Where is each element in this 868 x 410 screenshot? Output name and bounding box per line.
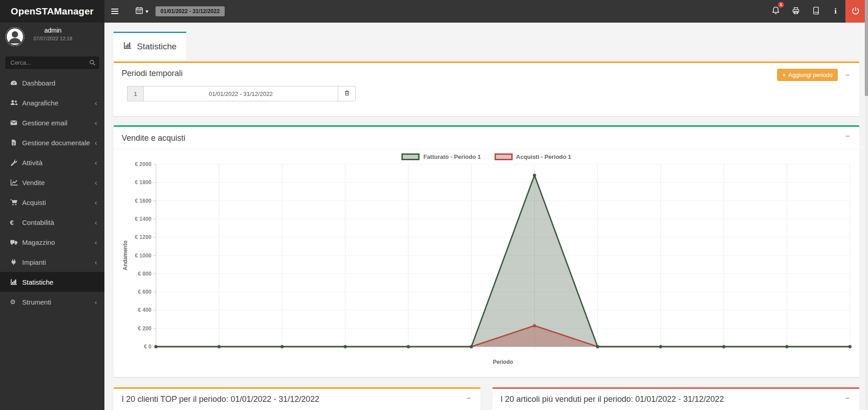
sidebar-item-strumenti[interactable]: ⚙ Strumenti ‹ bbox=[0, 292, 104, 312]
legend-swatch bbox=[495, 153, 513, 160]
chevron-left-icon: ‹ bbox=[94, 298, 97, 306]
sidebar: admin 07/07/2022 12:18 Dashboard bbox=[0, 23, 104, 410]
periods-panel: Periodi temporali + Aggiungi periodo − 1 bbox=[113, 62, 859, 116]
calendar-dropdown-button[interactable]: ▾ bbox=[132, 0, 151, 23]
sidebar-item-label: Contabilità bbox=[22, 219, 94, 226]
chevron-left-icon: ‹ bbox=[94, 119, 97, 127]
chevron-left-icon: ‹ bbox=[94, 99, 97, 107]
chevron-left-icon: ‹ bbox=[94, 258, 97, 266]
legend-label: Acquisti - Periodo 1 bbox=[516, 153, 571, 160]
power-icon bbox=[851, 6, 860, 17]
svg-text:€ 200: € 200 bbox=[138, 325, 151, 332]
print-button[interactable] bbox=[786, 0, 806, 23]
search-input[interactable] bbox=[5, 57, 99, 69]
docs-button[interactable] bbox=[806, 0, 826, 23]
collapse-minus-icon[interactable]: − bbox=[845, 72, 849, 79]
cart-icon bbox=[10, 199, 22, 206]
file-icon bbox=[10, 139, 22, 146]
top-articles-panel: I 20 articoli più venduti per il periodo… bbox=[492, 387, 859, 410]
panel-title: Vendite e acquisti bbox=[122, 133, 185, 143]
panel-title: Periodi temporali bbox=[122, 69, 183, 78]
sidebar-search bbox=[5, 57, 99, 69]
top-navbar: OpenSTAManager ▾ 01/01/2022 - 31/12/2022 bbox=[0, 0, 868, 23]
sidebar-item-gestione-email[interactable]: Gestione email ‹ bbox=[0, 113, 104, 133]
sidebar-item-impianti[interactable]: Impianti ‹ bbox=[0, 252, 104, 272]
chevron-left-icon: ‹ bbox=[94, 199, 97, 206]
chevron-left-icon: ‹ bbox=[94, 139, 97, 147]
bar-chart-icon bbox=[123, 41, 132, 52]
panel-title: I 20 clienti TOP per il periodo: 01/01/2… bbox=[122, 395, 319, 404]
chart-line-icon bbox=[10, 179, 22, 186]
bar-chart-icon bbox=[10, 278, 22, 286]
delete-period-button[interactable] bbox=[338, 86, 356, 101]
svg-text:€ 1400: € 1400 bbox=[135, 216, 151, 222]
sidebar-item-acquisti[interactable]: Acquisti ‹ bbox=[0, 192, 104, 212]
bell-icon bbox=[771, 6, 780, 17]
caret-down-icon: ▾ bbox=[146, 8, 148, 14]
sidebar-item-magazzino[interactable]: Magazzino ‹ bbox=[0, 232, 104, 252]
chart-legend: Fatturato - Periodo 1 Acquisti - Periodo… bbox=[113, 152, 859, 161]
sidebar-item-vendite[interactable]: Vendite ‹ bbox=[0, 172, 104, 192]
svg-text:€ 1800: € 1800 bbox=[135, 179, 151, 186]
sidebar-item-dashboard[interactable]: Dashboard bbox=[0, 73, 104, 93]
tab-row: Statistiche bbox=[113, 32, 859, 60]
plug-icon bbox=[10, 258, 22, 266]
svg-text:€ 800: € 800 bbox=[138, 271, 151, 277]
collapse-minus-icon[interactable]: − bbox=[467, 395, 471, 402]
sales-purchases-chart[interactable]: € 0€ 200€ 400€ 600€ 800€ 1000€ 1200€ 140… bbox=[113, 161, 859, 370]
printer-icon bbox=[792, 6, 800, 17]
sidebar-item-contabilita[interactable]: € Contabilità ‹ bbox=[0, 212, 104, 232]
collapse-minus-icon[interactable]: − bbox=[845, 133, 849, 140]
sidebar-item-gestione-documentale[interactable]: Gestione documentale ‹ bbox=[0, 133, 104, 153]
panel-title: I 20 articoli più venduti per il periodo… bbox=[500, 395, 724, 404]
scrollbar-thumb[interactable] bbox=[865, 0, 868, 96]
info-button[interactable]: i bbox=[826, 0, 845, 23]
sidebar-item-attivita[interactable]: Attività ‹ bbox=[0, 153, 104, 172]
euro-icon: € bbox=[10, 219, 22, 226]
svg-text:Periodo: Periodo bbox=[493, 359, 513, 365]
chevron-left-icon: ‹ bbox=[94, 219, 97, 226]
notifications-button[interactable]: 1 bbox=[766, 0, 786, 23]
avatar[interactable] bbox=[5, 27, 24, 46]
search-icon[interactable] bbox=[89, 59, 96, 68]
user-datetime: 07/07/2022 12:18 bbox=[24, 36, 82, 41]
sidebar-item-label: Impianti bbox=[22, 258, 94, 266]
truck-icon bbox=[10, 238, 22, 246]
legend-label: Fatturato - Periodo 1 bbox=[423, 153, 481, 160]
add-period-button[interactable]: + Aggiungi periodo bbox=[777, 69, 837, 81]
top-clients-panel: I 20 clienti TOP per il periodo: 01/01/2… bbox=[113, 387, 481, 410]
sidebar-item-label: Gestione email bbox=[22, 119, 94, 127]
calendar-icon bbox=[135, 6, 143, 16]
user-name: admin bbox=[24, 27, 82, 34]
logout-button[interactable] bbox=[845, 0, 865, 23]
sidebar-item-label: Dashboard bbox=[22, 79, 97, 87]
tab-label: Statistiche bbox=[137, 42, 177, 52]
sidebar-item-label: Gestione documentale bbox=[22, 139, 94, 147]
svg-text:€ 0: € 0 bbox=[144, 343, 151, 350]
sidebar-menu: Dashboard Anagrafiche ‹ Gestione email ‹ bbox=[0, 73, 104, 312]
users-icon bbox=[10, 99, 22, 106]
user-panel: admin 07/07/2022 12:18 bbox=[0, 23, 104, 51]
envelope-icon bbox=[10, 119, 22, 126]
period-row-number: 1 bbox=[127, 86, 143, 101]
app-logo[interactable]: OpenSTAManager bbox=[0, 0, 104, 23]
main-content: Statistiche Periodi temporali + Aggiungi… bbox=[104, 23, 865, 410]
svg-text:€ 2000: € 2000 bbox=[135, 161, 151, 167]
chevron-left-icon: ‹ bbox=[94, 179, 97, 186]
svg-text:€ 1600: € 1600 bbox=[135, 198, 151, 204]
page-scrollbar bbox=[865, 0, 868, 410]
gauge-icon bbox=[10, 79, 22, 86]
sidebar-item-anagrafiche[interactable]: Anagrafiche ‹ bbox=[0, 93, 104, 113]
sales-purchases-panel: Vendite e acquisti − Fatturato - Periodo… bbox=[113, 125, 859, 377]
global-date-range-badge[interactable]: 01/01/2022 - 31/12/2022 bbox=[156, 6, 225, 16]
sidebar-toggle-button[interactable] bbox=[104, 0, 125, 23]
period-row: 1 bbox=[127, 86, 356, 101]
chevron-left-icon: ‹ bbox=[94, 159, 97, 167]
sidebar-item-statistiche[interactable]: Statistiche bbox=[0, 272, 104, 292]
tab-statistiche[interactable]: Statistiche bbox=[113, 32, 186, 60]
period-daterange-input[interactable] bbox=[143, 86, 338, 101]
wrench-icon bbox=[10, 159, 22, 166]
legend-item-fatturato[interactable]: Fatturato - Periodo 1 bbox=[401, 153, 481, 160]
collapse-minus-icon[interactable]: − bbox=[845, 395, 849, 402]
legend-item-acquisti[interactable]: Acquisti - Periodo 1 bbox=[495, 153, 571, 160]
